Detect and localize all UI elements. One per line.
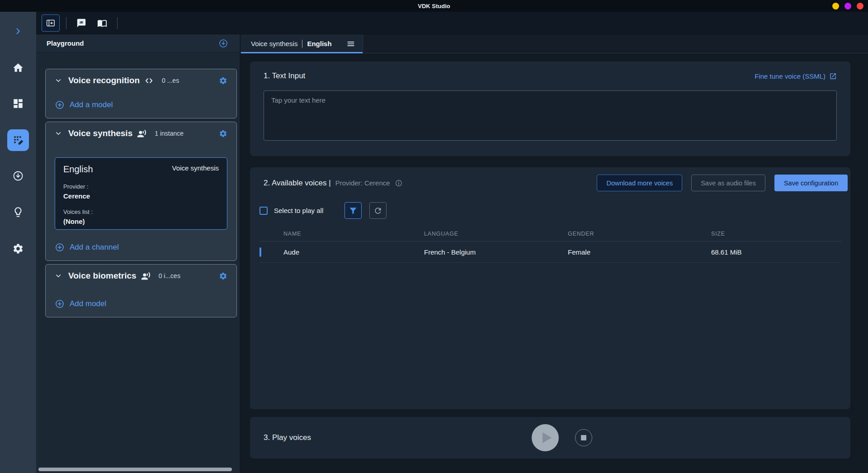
text-input-title: 1. Text Input <box>264 71 305 80</box>
available-voices-titles: 2. Available voices | Provider: Cerence <box>264 179 403 188</box>
toolbar-divider <box>117 17 118 29</box>
add-a-model-link[interactable]: Add a model <box>55 100 113 110</box>
section-voice-synthesis: Voice synthesis 1 instance English Voice… <box>45 122 237 261</box>
code-icon <box>144 76 154 85</box>
instance-count-badge: 0 ...es <box>162 77 179 84</box>
section-voice-biometrics: Voice biometrics 0 i...ces Add model <box>45 264 237 317</box>
pronunciation-button[interactable] <box>73 14 90 32</box>
tab-separator <box>302 40 302 48</box>
info-icon[interactable] <box>395 179 403 187</box>
collapse-panel-button[interactable] <box>42 14 60 32</box>
row-checkbox-cell <box>259 248 283 256</box>
stop-button[interactable] <box>575 429 592 446</box>
select-all-checkbox[interactable] <box>259 207 268 215</box>
dashboard-icon <box>12 98 24 109</box>
filter-button[interactable] <box>344 202 362 219</box>
download-more-voices-button[interactable]: Download more voices <box>597 175 682 191</box>
plus-circle-icon <box>55 299 65 309</box>
tab-bar: Voice synthesis English <box>240 34 868 53</box>
funnel-icon <box>349 206 358 215</box>
chevron-down-icon[interactable] <box>55 272 62 279</box>
external-link-icon <box>829 72 837 80</box>
column-header-gender: GENDER <box>568 231 711 237</box>
row-checkbox[interactable] <box>259 247 261 257</box>
tab-voice-synthesis-english[interactable]: Voice synthesis English <box>241 34 363 53</box>
cell-name: Aude <box>283 248 424 256</box>
voices-table: NAME LANGUAGE GENDER SIZE Aude French - … <box>259 227 841 263</box>
column-header-name: NAME <box>283 231 424 237</box>
gear-icon[interactable] <box>219 76 227 85</box>
sidebar-expand-button[interactable] <box>7 20 29 42</box>
collapse-panel-icon <box>46 18 56 28</box>
available-voices-titlerow: 2. Available voices | Provider: Cerence … <box>259 175 848 191</box>
toolbar-divider <box>66 17 66 29</box>
save-configuration-button[interactable]: Save configuration <box>774 175 848 191</box>
content-row: Playground Voice recognition 0 ...es Add <box>36 34 868 473</box>
instance-count-badge: 0 i...ces <box>159 272 180 279</box>
window-titlebar: VDK Studio <box>0 0 868 12</box>
provider-subtitle: Provider: Cerence <box>335 179 390 187</box>
sidebar-item-dashboard[interactable] <box>7 93 29 114</box>
sidebar-item-playground-active[interactable] <box>7 129 29 151</box>
save-as-audio-files-button[interactable]: Save as audio files <box>691 175 765 191</box>
gear-icon[interactable] <box>219 129 227 138</box>
window-controls <box>832 0 863 12</box>
refresh-icon <box>373 206 382 215</box>
lightbulb-icon <box>12 206 24 218</box>
speech-bubble-icon <box>76 18 86 28</box>
section-voice-recognition: Voice recognition 0 ...es Add a model <box>45 69 237 118</box>
app-frame: Playground Voice recognition 0 ...es Add <box>0 12 868 473</box>
play-voices-section: 3. Play voices <box>250 417 850 459</box>
voices-actions: Download more voices Save as audio files… <box>597 175 848 191</box>
playground-title: Playground <box>47 39 84 47</box>
book-icon <box>97 18 107 28</box>
horizontal-scrollbar[interactable] <box>38 468 232 471</box>
section-title: Voice synthesis <box>68 128 132 138</box>
hamburger-menu-icon[interactable] <box>346 39 355 48</box>
chevron-down-icon[interactable] <box>55 77 62 84</box>
add-model-link[interactable]: Add model <box>55 299 106 309</box>
play-button[interactable] <box>532 424 559 451</box>
section-header: Voice recognition 0 ...es <box>55 76 227 85</box>
instance-name: English <box>63 164 93 175</box>
instance-card-english[interactable]: English Voice synthesis Provider : Ceren… <box>55 157 227 230</box>
voices-table-header: NAME LANGUAGE GENDER SIZE <box>259 227 841 241</box>
fine-tune-ssml-label: Fine tune voice (SSML) <box>755 72 826 80</box>
documentation-button[interactable] <box>94 14 111 32</box>
main-area: Voice synthesis English 1. Text Input Fi… <box>240 34 868 473</box>
refresh-button[interactable] <box>369 202 387 219</box>
section-header: Voice biometrics 0 i...ces <box>55 271 227 281</box>
available-voices-title: 2. Available voices | <box>264 179 331 188</box>
play-voices-title: 3. Play voices <box>264 433 311 442</box>
sidebar-item-home[interactable] <box>7 57 29 79</box>
window-title: VDK Studio <box>418 3 450 9</box>
window-control-purple[interactable] <box>844 3 851 9</box>
text-input-field[interactable] <box>264 90 837 141</box>
add-a-channel-link[interactable]: Add a channel <box>55 242 119 252</box>
text-input-titlerow: 1. Text Input Fine tune voice (SSML) <box>264 71 837 80</box>
main-scroll-area: 1. Text Input Fine tune voice (SSML) <box>240 53 868 473</box>
cell-gender: Female <box>568 248 711 256</box>
chevron-right-icon <box>14 27 23 36</box>
gear-icon <box>12 243 24 255</box>
playground-icon <box>12 134 24 146</box>
window-control-red[interactable] <box>857 3 863 9</box>
gear-icon[interactable] <box>219 272 227 280</box>
voices-list-value: (None) <box>63 218 219 225</box>
section-title: Voice recognition <box>68 76 140 85</box>
fine-tune-ssml-link[interactable]: Fine tune voice (SSML) <box>755 72 837 80</box>
download-circle-icon[interactable] <box>218 38 228 48</box>
plus-circle-icon <box>55 242 65 252</box>
table-row-aude[interactable]: Aude French - Belgium Female 68.61 MiB <box>259 241 841 263</box>
sidebar-item-settings[interactable] <box>7 238 29 260</box>
window-control-yellow[interactable] <box>832 3 839 9</box>
provider-value: Cerence <box>63 192 219 200</box>
sidebar-item-downloads[interactable] <box>7 165 29 187</box>
sidebar-item-tips[interactable] <box>7 201 29 223</box>
voice-biometrics-icon <box>141 271 151 281</box>
play-controls <box>532 424 592 451</box>
section-title: Voice biometrics <box>68 271 137 281</box>
play-icon <box>542 432 552 443</box>
select-all-label: Select to play all <box>274 207 323 214</box>
chevron-down-icon[interactable] <box>55 130 62 137</box>
